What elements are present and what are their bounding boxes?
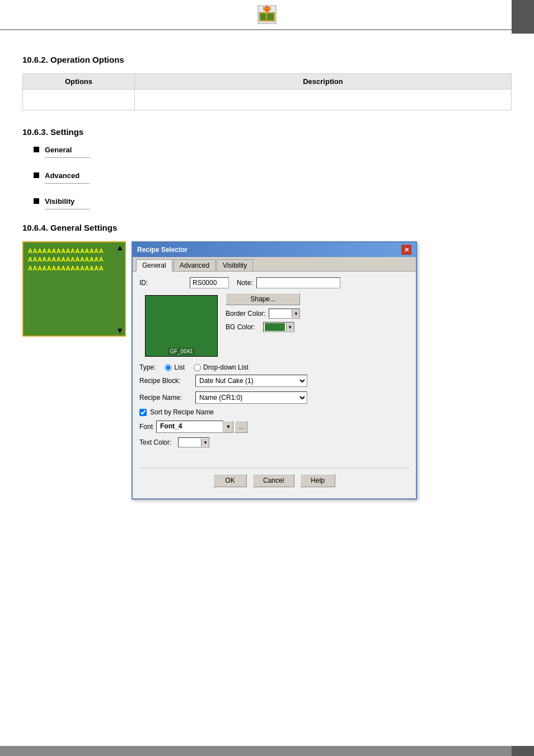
bg-color-label: BG Color: bbox=[226, 323, 255, 331]
corner-block bbox=[512, 0, 534, 34]
type-row: Type: List Drop-down List bbox=[139, 363, 409, 371]
dialog-spacer bbox=[139, 447, 409, 464]
scroll-down-button[interactable]: ▼ bbox=[116, 326, 124, 334]
dialog-body: ID: Note: GF_0041 Shape... Borde bbox=[133, 272, 416, 498]
svg-point-6 bbox=[268, 8, 270, 10]
preview-line1: AAAAAAAAAAAAAAAA bbox=[28, 247, 120, 255]
scroll-up-button[interactable]: ▲ bbox=[116, 244, 124, 251]
font-label: Font bbox=[139, 423, 153, 431]
list-item-advanced: Advanced bbox=[34, 171, 512, 184]
footer-bar bbox=[0, 746, 534, 756]
dialog-preview-box: GF_0041 bbox=[145, 295, 218, 357]
font-select-container: Font_4 ▼ ... bbox=[156, 421, 247, 433]
preview-controls-row: GF_0041 Shape... Border Color: ▼ bbox=[139, 293, 409, 359]
bg-color-arrow[interactable]: ▼ bbox=[286, 323, 294, 331]
settings-item-underline-advanced bbox=[45, 183, 90, 184]
list-item-visibility: Visibility bbox=[34, 197, 512, 209]
main-content: 10.6.2. Operation Options Options Descri… bbox=[0, 30, 534, 522]
recipe-name-label: Recipe Name: bbox=[139, 394, 195, 402]
note-input[interactable] bbox=[256, 277, 340, 288]
recipe-block-select[interactable]: Date Nut Cake (1) bbox=[195, 375, 307, 387]
border-color-row: Border Color: ▼ bbox=[226, 309, 300, 319]
preview-text: AAAAAAAAAAAAAAAA AAAAAAAAAAAAAAAA AAAAAA… bbox=[28, 247, 120, 273]
preview-widget: AAAAAAAAAAAAAAAA AAAAAAAAAAAAAAAA AAAAAA… bbox=[22, 241, 126, 337]
table-cell-description bbox=[135, 90, 512, 110]
list-item-general: General bbox=[34, 146, 512, 158]
recipe-name-select[interactable]: Name (CR1:0) bbox=[195, 391, 307, 404]
dialog-tabs: General Advanced Visibility bbox=[133, 257, 416, 272]
type-dropdown-radio-input[interactable] bbox=[194, 364, 201, 371]
table-header-description: Description bbox=[135, 74, 512, 90]
section-title-1063: 10.6.3. Settings bbox=[22, 127, 512, 137]
dialog-titlebar: Recipe Selector ✕ bbox=[133, 242, 416, 257]
settings-item-label-advanced: Advanced bbox=[45, 171, 90, 180]
table-header-options: Options bbox=[23, 74, 135, 90]
settings-item-underline-visibility bbox=[45, 209, 90, 209]
preview-line3: AAAAAAAAAAAAAAAA bbox=[28, 264, 120, 273]
settings-item-advanced-content: Advanced bbox=[45, 171, 90, 184]
bg-color-swatch bbox=[265, 323, 285, 331]
border-color-swatch bbox=[270, 310, 291, 318]
type-list-label: List bbox=[174, 363, 185, 371]
settings-item-visibility-content: Visibility bbox=[45, 197, 90, 209]
bullet-icon-general bbox=[34, 147, 39, 152]
font-ellipsis-button[interactable]: ... bbox=[235, 421, 247, 433]
section-title-1064: 10.6.4. General Settings bbox=[22, 223, 512, 232]
border-color-arrow[interactable]: ▼ bbox=[292, 310, 299, 318]
note-label: Note: bbox=[237, 279, 253, 287]
settings-list: General Advanced Visibility bbox=[34, 146, 512, 209]
recipe-block-label: Recipe Block: bbox=[139, 377, 195, 385]
svg-rect-3 bbox=[267, 13, 274, 20]
bullet-icon-visibility bbox=[34, 198, 39, 204]
shape-button[interactable]: Shape... bbox=[226, 293, 300, 305]
type-dropdown-label: Drop-down List bbox=[203, 363, 249, 371]
settings-item-label-visibility: Visibility bbox=[45, 197, 90, 206]
svg-rect-2 bbox=[260, 13, 266, 20]
type-dropdown-radio[interactable]: Drop-down List bbox=[194, 363, 249, 371]
font-row: Font Font_4 ▼ ... bbox=[139, 421, 409, 433]
font-dropdown-arrow[interactable]: ▼ bbox=[223, 421, 233, 433]
app-icon bbox=[257, 4, 277, 25]
type-list-radio[interactable]: List bbox=[165, 363, 185, 371]
recipe-name-row: Recipe Name: Name (CR1:0) bbox=[139, 391, 409, 404]
settings-item-general-content: General bbox=[45, 146, 90, 158]
table-row bbox=[23, 90, 512, 110]
bg-color-row: BG Color: ▼ bbox=[226, 322, 300, 332]
header-bar bbox=[0, 0, 534, 30]
preview-line2: AAAAAAAAAAAAAAAA bbox=[28, 255, 120, 264]
dialog-close-button[interactable]: ✕ bbox=[401, 245, 411, 255]
border-color-swatch-container[interactable]: ▼ bbox=[269, 309, 300, 319]
type-label: Type: bbox=[139, 363, 156, 371]
sort-checkbox-row: Sort by Recipe Name bbox=[139, 408, 409, 416]
text-color-label: Text Color: bbox=[139, 438, 171, 446]
text-color-row: Text Color: ▼ bbox=[139, 437, 409, 447]
recipe-selector-dialog: Recipe Selector ✕ General Advanced Visib… bbox=[132, 241, 417, 500]
sort-checkbox[interactable] bbox=[139, 409, 147, 416]
section-title-1062: 10.6.2. Operation Options bbox=[22, 55, 512, 64]
tab-general[interactable]: General bbox=[136, 259, 172, 272]
id-input[interactable] bbox=[190, 277, 229, 288]
text-color-swatch-container[interactable]: ▼ bbox=[178, 437, 209, 447]
ok-button[interactable]: OK bbox=[213, 474, 247, 487]
border-color-label: Border Color: bbox=[226, 310, 265, 318]
general-settings-container: AAAAAAAAAAAAAAAA AAAAAAAAAAAAAAAA AAAAAA… bbox=[22, 241, 512, 500]
type-list-radio-input[interactable] bbox=[165, 364, 172, 371]
recipe-block-row: Recipe Block: Date Nut Cake (1) bbox=[139, 375, 409, 387]
dialog-right-controls: Shape... Border Color: ▼ BG Color: bbox=[226, 293, 300, 332]
tab-visibility[interactable]: Visibility bbox=[217, 259, 253, 271]
dialog-title: Recipe Selector bbox=[137, 246, 188, 254]
id-note-row: ID: Note: bbox=[139, 277, 409, 288]
svg-point-5 bbox=[265, 8, 266, 10]
help-button[interactable]: Help bbox=[300, 474, 335, 487]
sort-label: Sort by Recipe Name bbox=[150, 408, 214, 416]
text-color-swatch bbox=[180, 438, 200, 446]
bg-color-swatch-container[interactable]: ▼ bbox=[263, 322, 294, 332]
text-color-arrow[interactable]: ▼ bbox=[201, 438, 209, 446]
bullet-icon-advanced bbox=[34, 172, 39, 178]
settings-item-label-general: General bbox=[45, 146, 90, 154]
id-label: ID: bbox=[139, 279, 190, 287]
tab-advanced[interactable]: Advanced bbox=[174, 259, 216, 271]
footer-bar-right bbox=[512, 746, 534, 756]
dialog-footer: OK Cancel Help bbox=[139, 468, 409, 493]
cancel-button[interactable]: Cancel bbox=[252, 474, 294, 487]
